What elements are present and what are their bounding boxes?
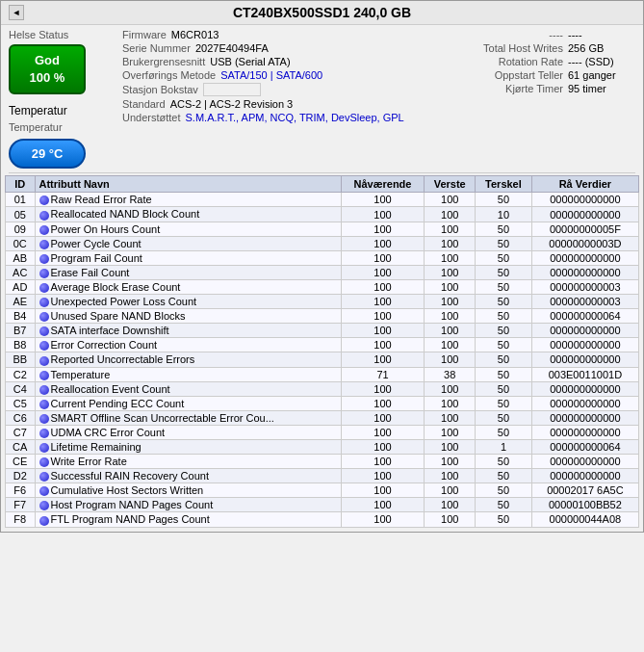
- cell-id: AE: [6, 295, 36, 309]
- status-dot: [39, 196, 49, 205]
- back-button[interactable]: ◄: [9, 5, 24, 20]
- transfer-value: SATA/150 | SATA/600: [220, 69, 322, 81]
- cell-name: Reallocated NAND Block Count: [35, 207, 341, 222]
- cell-raw: 000000000000: [531, 338, 638, 352]
- status-dot: [39, 240, 49, 249]
- cell-name: Host Program NAND Pages Count: [35, 498, 341, 512]
- cell-raw: 003E0011001D: [531, 367, 638, 381]
- cell-worst: 100: [425, 295, 476, 309]
- cell-raw: 000000000000: [531, 193, 638, 207]
- cell-current: 100: [341, 250, 425, 265]
- cell-current: 100: [341, 279, 425, 294]
- col-threshold: Terskel: [476, 176, 532, 193]
- cell-current: 100: [341, 236, 425, 250]
- cell-id: B4: [6, 309, 36, 324]
- cell-worst: 100: [425, 324, 476, 338]
- standard-row: Standard ACS-2 | ACS-2 Revision 3: [122, 98, 435, 110]
- table-row: C4Reallocation Event Count10010050000000…: [6, 381, 639, 396]
- table-header-row: ID Attributt Navn Nåværende Verste Tersk…: [6, 176, 639, 193]
- cell-id: B8: [6, 338, 36, 352]
- cell-raw: 00000000003D: [531, 236, 638, 250]
- cell-threshold: 50: [476, 338, 532, 352]
- cell-threshold: 50: [476, 352, 532, 367]
- cell-current: 100: [341, 352, 425, 367]
- cell-raw: 000000000000: [531, 455, 638, 469]
- cell-worst: 100: [425, 512, 476, 527]
- status-dot: [39, 225, 49, 235]
- cell-current: 100: [341, 512, 425, 527]
- cell-raw: 000000000064: [531, 309, 638, 324]
- cell-worst: 100: [425, 410, 476, 425]
- cell-raw: 000000000064: [531, 439, 638, 454]
- cell-worst: 100: [425, 236, 476, 250]
- table-row: CALifetime Remaining1001001000000000064: [6, 439, 639, 454]
- cell-name: Raw Read Error Rate: [35, 193, 341, 207]
- drive-value: [203, 83, 261, 96]
- supported-row: Understøttet S.M.A.R.T., APM, NCQ, TRIM,…: [122, 112, 435, 123]
- table-row: 0CPower Cycle Count1001005000000000003D: [6, 236, 639, 250]
- total-writes-value: 256 GB: [568, 42, 604, 54]
- table-row: C7UDMA CRC Error Count100100500000000000…: [6, 425, 639, 439]
- cell-name: Lifetime Remaining: [35, 439, 341, 454]
- cell-raw: 00000000005F: [531, 222, 638, 236]
- status-dot: [39, 443, 49, 453]
- table-row: BBReported Uncorrectable Errors100100500…: [6, 352, 639, 367]
- cell-current: 100: [341, 498, 425, 512]
- serial-label: Serie Nummer: [122, 42, 195, 54]
- cell-current: 100: [341, 324, 425, 338]
- attribute-table: ID Attributt Navn Nåværende Verste Tersk…: [5, 175, 639, 527]
- cell-threshold: 50: [476, 193, 532, 207]
- cell-name: UDMA CRC Error Count: [35, 425, 341, 439]
- startup-label: Oppstart Teller: [443, 69, 568, 81]
- supported-value: S.M.A.R.T., APM, NCQ, TRIM, DevSleep, GP…: [186, 112, 404, 123]
- interface-row: Brukergrensesnitt USB (Serial ATA): [122, 56, 435, 67]
- cell-name: SATA interface Downshift: [35, 324, 341, 338]
- cell-current: 100: [341, 439, 425, 454]
- top-value1: ----: [568, 29, 582, 40]
- table-row: B8Error Correction Count1001005000000000…: [6, 338, 639, 352]
- cell-current: 100: [341, 483, 425, 498]
- cell-raw: 000000000000: [531, 324, 638, 338]
- temperature-badge: 29 °C: [9, 139, 115, 169]
- window-title: CT240BX500SSD1 240,0 GB: [233, 5, 411, 20]
- cell-raw: 000000000000: [531, 352, 638, 367]
- status-dot: [39, 429, 49, 438]
- cell-threshold: 50: [476, 265, 532, 279]
- cell-worst: 100: [425, 279, 476, 294]
- cell-threshold: 50: [476, 381, 532, 396]
- temperature-label: Temperatur: [9, 104, 115, 117]
- cell-name: SMART Offline Scan Uncorrectable Error C…: [35, 410, 341, 425]
- col-raw: Rå Verdier: [531, 176, 638, 193]
- startup-value: 61 ganger: [568, 69, 616, 81]
- firmware-label: Firmware: [122, 29, 171, 40]
- cell-threshold: 50: [476, 367, 532, 381]
- cell-id: BB: [6, 352, 36, 367]
- cell-raw: 000000000000: [531, 396, 638, 410]
- cell-worst: 100: [425, 250, 476, 265]
- transfer-row: Overførings Metode SATA/150 | SATA/600: [122, 69, 435, 81]
- col-worst: Verste: [425, 176, 476, 193]
- cell-threshold: 50: [476, 222, 532, 236]
- cell-raw: 000000000000: [531, 425, 638, 439]
- cell-raw: 000000000000: [531, 410, 638, 425]
- table-row: 05Reallocated NAND Block Count1001001000…: [6, 207, 639, 222]
- cell-threshold: 50: [476, 483, 532, 498]
- cell-name: Current Pending ECC Count: [35, 396, 341, 410]
- cell-threshold: 50: [476, 279, 532, 294]
- cell-name: Power On Hours Count: [35, 222, 341, 236]
- drive-letter-row: Stasjon Bokstav: [122, 83, 435, 96]
- cell-current: 100: [341, 410, 425, 425]
- hours-value: 95 timer: [568, 83, 606, 94]
- cell-worst: 100: [425, 381, 476, 396]
- cell-worst: 100: [425, 498, 476, 512]
- cell-worst: 100: [425, 469, 476, 483]
- status-dot: [39, 414, 49, 424]
- standard-label: Standard: [122, 98, 170, 110]
- cell-threshold: 50: [476, 396, 532, 410]
- table-row: ABProgram Fail Count10010050000000000000: [6, 250, 639, 265]
- info-section: Helse Status God 100 % Temperatur Temper…: [1, 25, 643, 170]
- rotation-label: Rotation Rate: [443, 56, 568, 67]
- cell-id: C6: [6, 410, 36, 425]
- standard-value: ACS-2 | ACS-2 Revision 3: [170, 98, 294, 110]
- health-status: God: [22, 52, 72, 69]
